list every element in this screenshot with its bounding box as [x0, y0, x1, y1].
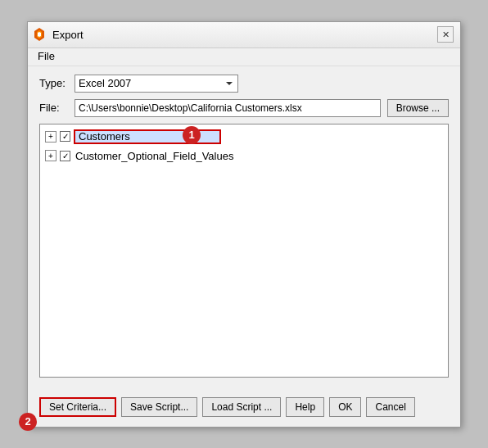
file-row: File: Browse ... [39, 99, 449, 117]
type-row: Type: Excel 2007 [39, 75, 449, 93]
footer: 2 Set Criteria... Save Script... Load Sc… [28, 394, 460, 427]
expand-customers[interactable]: + [45, 131, 56, 143]
optional-label: Customer_Optional_Field_Values [74, 149, 235, 163]
svg-marker-2 [38, 32, 41, 37]
title-bar: Export ✕ [28, 22, 460, 48]
menu-bar: File [28, 48, 460, 66]
file-menu[interactable]: File [34, 48, 58, 64]
save-script-button[interactable]: Save Script... [121, 397, 197, 417]
tree-item-optional: + Customer_Optional_Field_Values [45, 149, 443, 163]
export-dialog: Export ✕ File Type: Excel 2007 File: Bro… [27, 21, 461, 428]
close-button[interactable]: ✕ [437, 26, 454, 43]
help-button[interactable]: Help [286, 397, 324, 417]
app-icon [34, 28, 47, 41]
set-criteria-button[interactable]: Set Criteria... [39, 397, 116, 417]
content-area: Type: Excel 2007 File: Browse ... + 1 [28, 66, 460, 394]
badge-1: 1 [183, 126, 201, 144]
file-input[interactable] [75, 99, 381, 117]
file-label: File: [39, 102, 68, 114]
badge-2: 2 [19, 413, 37, 431]
cancel-button[interactable]: Cancel [366, 397, 414, 417]
checkbox-customers[interactable] [60, 131, 70, 142]
load-script-button[interactable]: Load Script ... [202, 397, 281, 417]
browse-button[interactable]: Browse ... [387, 99, 449, 117]
type-label: Type: [39, 77, 68, 89]
expand-optional[interactable]: + [45, 150, 56, 161]
ok-button[interactable]: OK [329, 397, 361, 417]
type-select[interactable]: Excel 2007 [75, 75, 238, 93]
checkbox-optional[interactable] [60, 151, 70, 161]
tree-item-customers: + 1 [45, 129, 443, 144]
tree-area: + 1 + Customer_Optional_Field_Values [39, 124, 449, 378]
title-bar-left: Export [34, 28, 84, 41]
type-select-wrapper: Excel 2007 [75, 75, 238, 93]
dialog-title: Export [52, 29, 84, 41]
